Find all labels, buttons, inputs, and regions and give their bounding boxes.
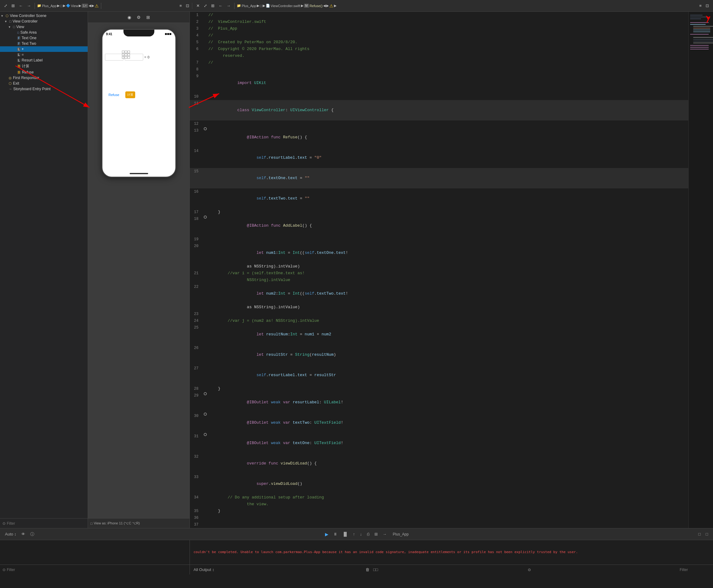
code-line-16: 16 self.textTwo.text = "" [190, 188, 688, 209]
step-in-button[interactable]: ↓ [359, 531, 363, 537]
line-num-25: 25 [190, 324, 202, 331]
device-share-button[interactable]: ⎙ [366, 531, 371, 537]
more-button[interactable]: ≡ [697, 3, 703, 9]
forward-editor-button[interactable]: → [225, 3, 232, 9]
close-editor-button[interactable]: ✕ [195, 3, 201, 9]
view-as-label: View as: iPhone 11 (⌥C ⌥R) [94, 521, 140, 525]
auto-scheme-button[interactable]: Auto ↕ [4, 531, 18, 537]
filter-input[interactable] [7, 521, 85, 526]
tree-item-equals[interactable]: L = [0, 52, 88, 58]
breadcrumb-right-app: Plus_App [242, 4, 256, 8]
code-line-4: 4 // [190, 32, 688, 39]
line-content-33: super.viewDidLoad() [208, 474, 688, 494]
breadcrumb-folder-icon: 📁 [37, 4, 41, 8]
toggle-left-panel[interactable]: □ [697, 531, 702, 537]
iphone-refuse-button[interactable]: Refuse [109, 93, 120, 97]
breadcrumb-right: 📁 Plus_App ▶ □ ▶ 📄 ViewController.swift … [237, 3, 337, 8]
nav-button[interactable]: → [382, 531, 388, 537]
grid-button[interactable]: ⊞ [10, 3, 16, 9]
tree-item-view[interactable]: ▾ □ View [0, 24, 88, 30]
code-line-11: 11 class ViewController: UIViewControlle… [190, 100, 688, 121]
calc-label: 计算 [22, 64, 29, 69]
tree-item-scene[interactable]: ▾ ⬡ View Controller Scene [0, 13, 88, 19]
iphone-calc-button[interactable]: 计算 [125, 91, 135, 98]
console-filter-right[interactable] [680, 568, 711, 572]
code-line-10: 10 [190, 93, 688, 100]
breadcrumb-view: View [71, 4, 79, 8]
iphone-calc-grid [122, 51, 130, 59]
canvas-grid-btn[interactable]: ⊞ [145, 14, 152, 20]
grid-cell-6 [128, 54, 130, 56]
iphone-text-one-input[interactable] [105, 54, 124, 61]
pause-button[interactable]: ⏸ [332, 531, 339, 537]
tree-item-plus[interactable]: L + [0, 46, 88, 52]
forward-button[interactable]: → [25, 3, 33, 9]
tree-item-exit[interactable]: ⬡ Exit [0, 81, 88, 86]
tree-item-calc[interactable]: B 计算 [0, 63, 88, 69]
split-console-button[interactable]: □□ [372, 567, 379, 572]
breakpoint-29[interactable] [204, 392, 207, 395]
split-button[interactable]: ⊡ [704, 3, 711, 9]
view-label: View [16, 25, 24, 29]
console-filter-left[interactable] [7, 568, 187, 572]
line-num-36: 36 [190, 514, 202, 521]
tree-item-resurt[interactable]: L Resurt Label [0, 58, 88, 63]
error-message: couldn't be completed. Unable to launch … [194, 550, 578, 555]
info-button[interactable]: ⓘ [29, 531, 36, 538]
text-one-icon: F [17, 37, 20, 40]
stop-button[interactable]: ▐▌ [341, 531, 349, 537]
breadcrumb-folder2: □ [60, 4, 62, 8]
code-line-20: 20 let num1:Int = Int((self.textOne.text… [190, 243, 688, 263]
grid-view-button[interactable]: ⊞ [373, 531, 379, 537]
tree-item-storyboard-entry[interactable]: → Storyboard Entry Point [0, 86, 88, 92]
svg-rect-11 [693, 37, 713, 38]
tree-item-text-two[interactable]: F Text Two [0, 41, 88, 46]
sidebar-button[interactable]: ⊡ [184, 3, 191, 9]
expand-editor-button[interactable]: ⤢ [202, 3, 209, 9]
safe-area-icon: □ [17, 31, 19, 34]
tree-item-vc[interactable]: ▾ □ View Controller [0, 19, 88, 24]
tree-item-first-responder[interactable]: ◎ First Responder [0, 75, 88, 81]
breakpoint-31[interactable] [204, 433, 207, 436]
back-button[interactable]: ← [17, 3, 24, 9]
code-line-24: 24 //var j = (num2 as! NSString).intValu… [190, 317, 688, 324]
breadcrumb-sep3: ▶ [79, 4, 81, 8]
layout-button[interactable]: ≡ [178, 3, 183, 9]
eye-button[interactable]: 👁 [20, 531, 26, 537]
trash-button[interactable]: 🗑 [364, 567, 371, 572]
gutter-18 [202, 215, 208, 219]
breakpoint-18[interactable] [204, 215, 207, 219]
expand-button[interactable]: ⤢ [2, 3, 9, 9]
line-num-3: 3 [190, 25, 202, 32]
iphone-battery: ■■■ [165, 32, 172, 36]
text-one-label: Text One [22, 36, 37, 40]
canvas-circle-btn[interactable]: ◉ [126, 14, 133, 20]
tree-item-safe-area[interactable]: □ Safe Area [0, 30, 88, 35]
code-line-3: 3 // Plus_App [190, 25, 688, 32]
tree-item-refuse[interactable]: B Refuse [0, 69, 88, 75]
tree-item-text-one[interactable]: F Text One [0, 35, 88, 41]
code-line-37: 37 [190, 521, 688, 528]
line-content-3: // Plus_App [208, 25, 688, 32]
line-num-19: 19 [190, 236, 202, 243]
all-output-select[interactable]: All Output ↕ [192, 567, 215, 572]
back-editor-button[interactable]: ← [217, 3, 224, 9]
breakpoint-30[interactable] [204, 413, 207, 416]
step-over-button[interactable]: ↑ [352, 531, 356, 537]
resurt-icon: L [17, 59, 20, 62]
breadcrumb-right-refuse[interactable]: Refuse() [309, 4, 323, 8]
breadcrumb-right-folder: □ [260, 4, 262, 8]
filter-icon-left: ⊙ [2, 568, 5, 572]
breadcrumb-sep4: ◀ [89, 4, 91, 8]
breakpoint-13[interactable] [204, 127, 207, 130]
line-num-5: 5 [190, 39, 202, 46]
grid-editor-button[interactable]: ⊞ [210, 3, 216, 9]
line-num-32: 32 [190, 453, 202, 460]
code-editor[interactable]: 1 // 2 // ViewController.swift 3 // Plus… [190, 12, 688, 528]
run-button[interactable]: ▶ [324, 531, 330, 537]
canvas-gear-btn[interactable]: ⚙ [135, 14, 142, 20]
line-num-22: 22 [190, 284, 202, 290]
breadcrumb-right-sep6: ▶ [334, 4, 337, 8]
svg-rect-8 [693, 30, 710, 30]
toggle-right-panel[interactable]: □ [704, 531, 709, 537]
